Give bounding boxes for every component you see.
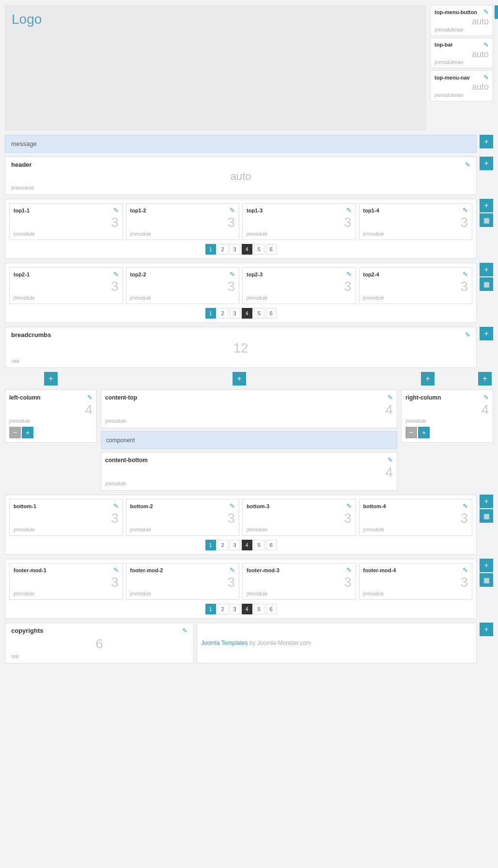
footer-mod-page-1[interactable]: 1 xyxy=(205,604,216,614)
top2-add-btn[interactable]: + xyxy=(480,263,493,276)
footer-mod-page-3[interactable]: 3 xyxy=(230,604,240,614)
top-bar-card: top-bar ✎ auto jmmoduleraw xyxy=(430,38,493,69)
content-top-type: jmmodule xyxy=(105,418,393,424)
top2-page-4[interactable]: 4 xyxy=(242,308,252,319)
top1-page-3[interactable]: 3 xyxy=(230,244,240,255)
copyrights-type: raw xyxy=(11,654,187,659)
left-col-minus-btn[interactable]: − xyxy=(9,427,21,438)
top2-1-edit[interactable]: ✎ xyxy=(113,271,119,278)
copyrights-edit-btn[interactable]: ✎ xyxy=(182,627,187,634)
right-col-plus-btn[interactable]: + xyxy=(418,427,430,438)
left-column-count: 4 xyxy=(9,401,93,418)
top1-4-edit[interactable]: ✎ xyxy=(463,207,468,214)
top1-2-card: top1-2 ✎ 3 jmmodule xyxy=(126,203,240,240)
bottom-1-edit[interactable]: ✎ xyxy=(113,502,119,510)
left-col-add-btn-top[interactable]: + xyxy=(44,372,58,386)
content-bottom-edit[interactable]: ✎ xyxy=(388,456,393,464)
left-column-card: left-column ✎ 4 jmmodule − + xyxy=(5,389,97,443)
right-col-minus-btn[interactable]: − xyxy=(405,427,417,438)
footer-mod-1-edit[interactable]: ✎ xyxy=(113,566,119,574)
right-col-add-btn-top[interactable]: + xyxy=(421,372,435,386)
content-top-edit[interactable]: ✎ xyxy=(388,394,393,401)
bottom-page-3[interactable]: 3 xyxy=(230,540,240,550)
right-column-card: right-column ✎ 4 jmmodule − + xyxy=(401,389,493,443)
top1-page-1[interactable]: 1 xyxy=(205,244,216,255)
top-bar-type: jmmoduleraw xyxy=(435,60,489,65)
top2-4-edit[interactable]: ✎ xyxy=(463,271,468,278)
footer-mod-3-header: footer-mod-3 ✎ xyxy=(247,566,352,574)
left-col-plus-btn[interactable]: + xyxy=(22,427,33,438)
header-edit-btn[interactable]: ✎ xyxy=(465,161,470,168)
bottom-2-edit[interactable]: ✎ xyxy=(230,502,235,510)
bottom-page-6[interactable]: 6 xyxy=(266,540,277,550)
bottom-page-5[interactable]: 5 xyxy=(254,540,265,550)
copyrights-add-btn[interactable]: + xyxy=(480,623,493,636)
bottom-add-btn[interactable]: + xyxy=(480,495,493,508)
top-menu-button-edit[interactable]: ✎ xyxy=(483,8,489,16)
top2-page-3[interactable]: 3 xyxy=(230,308,240,319)
footer-mod-3-edit[interactable]: ✎ xyxy=(346,566,352,574)
bottom-grid-btn[interactable]: ▦ xyxy=(480,509,493,523)
bottom-4-edit[interactable]: ✎ xyxy=(463,502,468,510)
top2-page-5[interactable]: 5 xyxy=(254,308,265,319)
top2-grid-btn[interactable]: ▦ xyxy=(480,277,493,291)
top1-1-edit[interactable]: ✎ xyxy=(113,207,119,214)
top2-page-1[interactable]: 1 xyxy=(205,308,216,319)
bottom-page-4[interactable]: 4 xyxy=(242,540,252,550)
top-menu-button-add[interactable]: + xyxy=(495,5,498,19)
bottom-3-edit[interactable]: ✎ xyxy=(346,502,352,510)
footer-mod-page-4[interactable]: 4 xyxy=(242,604,252,614)
top2-page-2[interactable]: 2 xyxy=(218,308,228,319)
top-bar-edit[interactable]: ✎ xyxy=(483,41,489,48)
top2-grid: top2-1 ✎ 3 jmmodule top2-2 ✎ 3 jmmodule xyxy=(9,267,472,304)
breadcrumbs-add-btn[interactable]: + xyxy=(480,327,493,340)
top2-3-edit[interactable]: ✎ xyxy=(346,271,352,278)
top1-3-edit[interactable]: ✎ xyxy=(346,207,352,214)
header-add-btn[interactable]: + xyxy=(480,157,493,170)
top1-2-edit[interactable]: ✎ xyxy=(230,207,235,214)
top2-2-edit[interactable]: ✎ xyxy=(230,271,235,278)
top1-3-title: top1-3 xyxy=(247,208,263,213)
breadcrumbs-edit-btn[interactable]: ✎ xyxy=(465,331,470,338)
top1-page-2[interactable]: 2 xyxy=(218,244,228,255)
footer-mod-3-type: jmmodule xyxy=(247,591,352,596)
content-bottom-card: content-bottom ✎ 4 jmmodule xyxy=(101,452,397,491)
footer-mod-page-5[interactable]: 5 xyxy=(254,604,265,614)
footer-mods-grid-btn[interactable]: ▦ xyxy=(480,573,493,587)
footer-mod-page-6[interactable]: 6 xyxy=(266,604,277,614)
breadcrumbs-count: 12 xyxy=(11,338,470,358)
top2-page-6[interactable]: 6 xyxy=(266,308,277,319)
top1-add-btn[interactable]: + xyxy=(480,199,493,212)
footer-mod-4-title: footer-mod-4 xyxy=(363,567,396,573)
left-col-header: left-column ✎ xyxy=(9,394,93,401)
center-col-add-btn-top[interactable]: + xyxy=(233,372,246,386)
content-top-header: content-top ✎ xyxy=(105,394,393,401)
bottom-3-title: bottom-3 xyxy=(247,503,269,509)
top-menu-nav-card: top-menu-nav ✎ auto jmmoduleraw xyxy=(430,70,493,101)
right-column-edit[interactable]: ✎ xyxy=(483,394,489,401)
footer-mods-add-btn[interactable]: + xyxy=(480,559,493,572)
top1-page-6[interactable]: 6 xyxy=(266,244,277,255)
bottom-4-card: bottom-4 ✎ 3 jmmodule xyxy=(359,499,473,536)
top-bar-auto: auto xyxy=(435,49,489,60)
top2-4-type: jmmodule xyxy=(363,295,468,301)
footer-mod-page-2[interactable]: 2 xyxy=(218,604,228,614)
top1-page-5[interactable]: 5 xyxy=(254,244,265,255)
top2-2-type: jmmodule xyxy=(130,295,235,301)
left-column-edit[interactable]: ✎ xyxy=(87,394,93,401)
bottom-page-1[interactable]: 1 xyxy=(205,540,216,550)
top-menu-nav-edit[interactable]: ✎ xyxy=(483,74,489,81)
joomla-templates-link[interactable]: Joomla Templates xyxy=(201,640,248,646)
footer-mod-2-edit[interactable]: ✎ xyxy=(230,566,235,574)
top1-1-header: top1-1 ✎ xyxy=(14,207,119,214)
content-far-add-btn[interactable]: + xyxy=(478,372,492,386)
message-add-btn[interactable]: + xyxy=(480,135,493,148)
content-bottom-count: 4 xyxy=(105,464,393,481)
top1-page-4[interactable]: 4 xyxy=(242,244,252,255)
footer-mod-4-edit[interactable]: ✎ xyxy=(463,566,468,574)
top1-grid-btn[interactable]: ▦ xyxy=(480,213,493,227)
content-bottom-header: content-bottom ✎ xyxy=(105,456,393,464)
bottom-page-2[interactable]: 2 xyxy=(218,540,228,550)
bottom-3-header: bottom-3 ✎ xyxy=(247,502,352,510)
copyrights-count: 6 xyxy=(11,634,187,654)
